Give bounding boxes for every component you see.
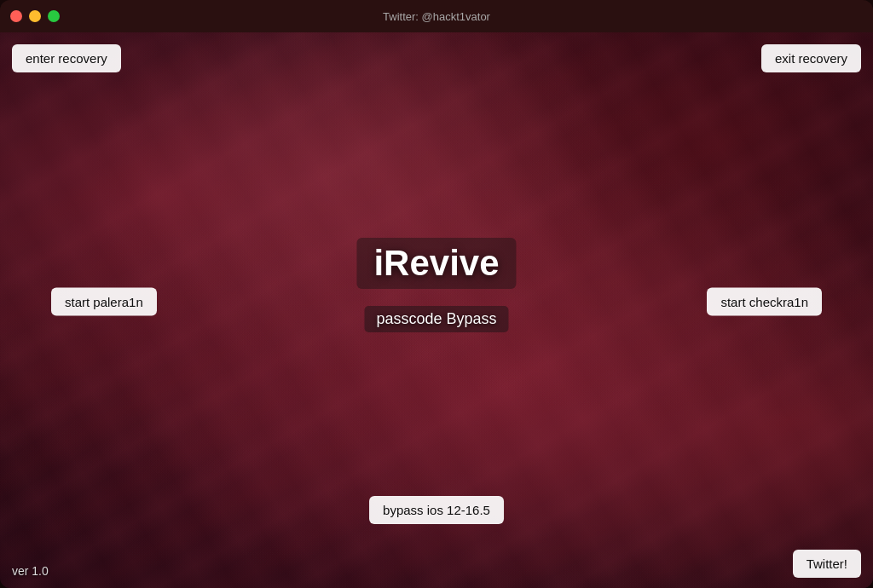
enter-recovery-button[interactable]: enter recovery	[12, 44, 121, 72]
bypass-ios-button[interactable]: bypass ios 12-16.5	[369, 496, 504, 524]
titlebar: Twitter: @hackt1vator	[0, 0, 873, 32]
traffic-lights	[10, 10, 60, 22]
twitter-button[interactable]: Twitter!	[793, 550, 861, 578]
minimize-button[interactable]	[29, 10, 41, 22]
main-content: enter recovery exit recovery iRevive pas…	[0, 32, 873, 588]
close-button[interactable]	[10, 10, 22, 22]
app-window: Twitter: @hackt1vator enter recovery exi…	[0, 0, 873, 588]
start-palera1n-button[interactable]: start palera1n	[51, 288, 157, 316]
passcode-bypass-label: passcode Bypass	[364, 306, 508, 332]
app-title: iRevive	[356, 238, 516, 289]
exit-recovery-button[interactable]: exit recovery	[761, 44, 861, 72]
maximize-button[interactable]	[48, 10, 60, 22]
version-label: ver 1.0	[12, 564, 49, 578]
window-title: Twitter: @hackt1vator	[383, 10, 490, 23]
start-checkra1n-button[interactable]: start checkra1n	[707, 288, 822, 316]
